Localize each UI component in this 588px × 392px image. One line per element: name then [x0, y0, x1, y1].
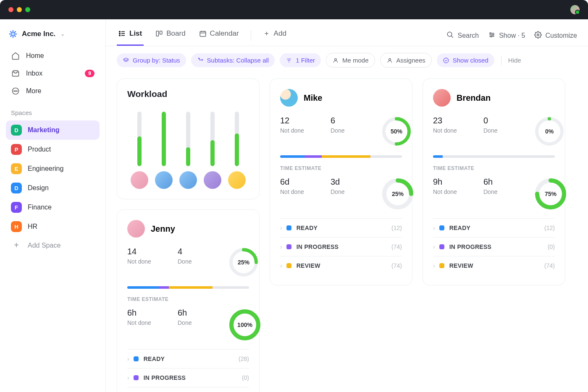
person-avatar[interactable]	[433, 89, 451, 107]
workload-avatar[interactable]	[179, 171, 197, 189]
workload-bar	[210, 112, 215, 166]
space-item-engineering[interactable]: EEngineering	[6, 159, 100, 178]
space-item-finance[interactable]: FFinance	[6, 198, 100, 217]
show-button[interactable]: Show · 5	[488, 31, 525, 40]
space-name: Engineering	[28, 165, 63, 172]
person-avatar[interactable]	[280, 89, 298, 107]
chip-show-closed[interactable]: Show closed	[437, 53, 494, 67]
minimize-window-button[interactable]	[17, 7, 22, 12]
done-count: 6	[331, 116, 368, 125]
person-name: Jenny	[151, 224, 175, 234]
sidebar: Acme Inc. ⌄ Home Inbox 9 More Spaces DMa…	[0, 19, 106, 392]
status-row[interactable]: ›READY(12)	[433, 218, 555, 237]
not-done-label: Not done	[280, 188, 318, 195]
view-add-button[interactable]: + Add	[261, 25, 288, 46]
status-name: READY	[297, 225, 318, 231]
customize-label: Customize	[545, 32, 577, 39]
space-item-marketing[interactable]: DMarketing	[6, 120, 100, 140]
status-color-icon	[286, 263, 291, 268]
nav-home[interactable]: Home	[6, 47, 100, 65]
status-progress-bar	[127, 286, 249, 289]
calendar-icon	[199, 30, 207, 37]
space-icon: D	[11, 183, 22, 193]
time-estimate-label: TIME ESTIMATE	[280, 165, 402, 171]
chip-subtasks[interactable]: Subtasks: Collapse all	[191, 53, 275, 67]
status-row[interactable]: ›REVIEW(74)	[280, 256, 402, 275]
workload-bar	[186, 112, 190, 166]
check-circle-icon	[443, 57, 449, 64]
status-progress-bar	[280, 155, 402, 158]
workload-avatar[interactable]	[204, 171, 221, 189]
customize-button[interactable]: Customize	[534, 31, 577, 40]
traffic-lights	[8, 7, 30, 12]
search-button[interactable]: Search	[446, 31, 479, 40]
status-count: (74)	[391, 262, 402, 269]
chip-filter[interactable]: 1 Filter	[280, 53, 321, 67]
close-window-button[interactable]	[8, 7, 13, 12]
inbox-icon	[11, 69, 20, 78]
svg-point-31	[491, 36, 492, 37]
workspace-switcher[interactable]: Acme Inc. ⌄	[6, 27, 100, 47]
workload-avatar[interactable]	[228, 171, 246, 189]
done-label: Done	[178, 258, 215, 265]
status-row[interactable]: ›REVIEW(28)	[127, 387, 249, 392]
status-count: (12)	[544, 225, 555, 231]
time-pct: 100%	[228, 308, 262, 342]
account-avatar[interactable]	[570, 5, 580, 14]
status-row[interactable]: ›IN PROGRESS(74)	[280, 237, 402, 256]
chip-me-mode[interactable]: Me mode	[326, 53, 375, 68]
space-icon: P	[11, 144, 22, 155]
done-count: 4	[178, 247, 215, 256]
svg-point-34	[198, 58, 199, 59]
space-item-hr[interactable]: HHR	[6, 217, 100, 236]
tab-calendar[interactable]: Calendar	[197, 25, 241, 46]
plus-icon: +	[11, 240, 22, 250]
status-color-icon	[439, 244, 444, 249]
workload-bar	[162, 112, 166, 166]
hide-button[interactable]: Hide	[508, 57, 521, 64]
done-label: Done	[331, 127, 368, 134]
window-titlebar	[0, 0, 588, 19]
time-not-done: 6h	[127, 308, 165, 318]
time-donut: 100%	[228, 308, 262, 342]
tab-board[interactable]: Board	[154, 25, 187, 46]
plus-icon: +	[263, 30, 270, 37]
workload-card: Workload	[117, 78, 260, 199]
maximize-window-button[interactable]	[25, 7, 30, 12]
gear-icon	[534, 31, 542, 40]
svg-point-40	[388, 58, 391, 60]
chip-group-by-label: Group by: Status	[133, 57, 180, 64]
status-count: (74)	[391, 243, 402, 250]
workload-avatar[interactable]	[131, 171, 148, 189]
person-icon	[332, 57, 339, 64]
space-item-design[interactable]: DDesign	[6, 178, 100, 198]
status-row[interactable]: ›READY(28)	[127, 349, 249, 368]
workspace-name: Acme Inc.	[22, 30, 55, 38]
chevron-right-icon: ›	[433, 243, 435, 250]
filter-bar: Group by: Status Subtasks: Collapse all …	[106, 46, 588, 74]
space-name: Design	[28, 184, 49, 192]
nav-more[interactable]: More	[6, 82, 100, 100]
chevron-right-icon: ›	[127, 355, 129, 362]
chip-assignees[interactable]: Assignees	[380, 53, 432, 68]
status-count: (12)	[391, 225, 402, 231]
status-row[interactable]: ›REVIEW(74)	[433, 256, 555, 275]
status-row[interactable]: ›READY(12)	[280, 218, 402, 237]
space-icon: D	[11, 125, 22, 136]
chevron-down-icon: ⌄	[60, 31, 65, 37]
add-space-button[interactable]: + Add Space	[6, 236, 100, 254]
nav-inbox[interactable]: Inbox 9	[6, 65, 100, 82]
status-row[interactable]: ›IN PROGRESS(0)	[433, 237, 555, 256]
chip-group-by[interactable]: Group by: Status	[117, 53, 186, 67]
status-list: ›READY(28)›IN PROGRESS(0)›REVIEW(28)	[127, 349, 249, 392]
time-done: 6h	[178, 308, 215, 318]
completion-pct: 25%	[228, 247, 259, 278]
svg-marker-33	[123, 58, 129, 60]
status-row[interactable]: ›IN PROGRESS(0)	[127, 368, 249, 387]
space-item-product[interactable]: PProduct	[6, 140, 100, 159]
person-avatar[interactable]	[127, 220, 145, 238]
status-progress-bar	[433, 155, 555, 158]
tab-list[interactable]: List	[117, 25, 144, 46]
svg-line-7	[10, 35, 12, 37]
workload-avatar[interactable]	[155, 171, 173, 189]
